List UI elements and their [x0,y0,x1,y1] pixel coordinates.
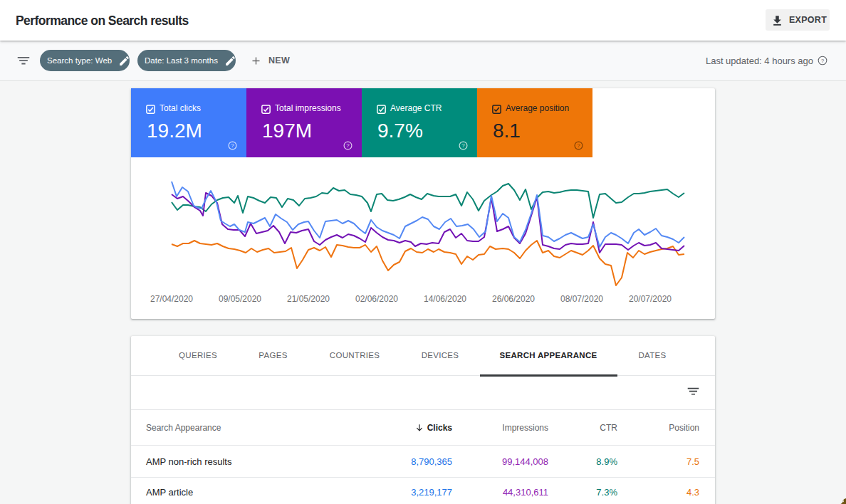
svg-text:?: ? [231,142,234,149]
svg-text:?: ? [346,142,350,149]
svg-text:?: ? [577,142,580,149]
svg-text:?: ? [461,142,465,149]
svg-text:?: ? [821,58,824,64]
